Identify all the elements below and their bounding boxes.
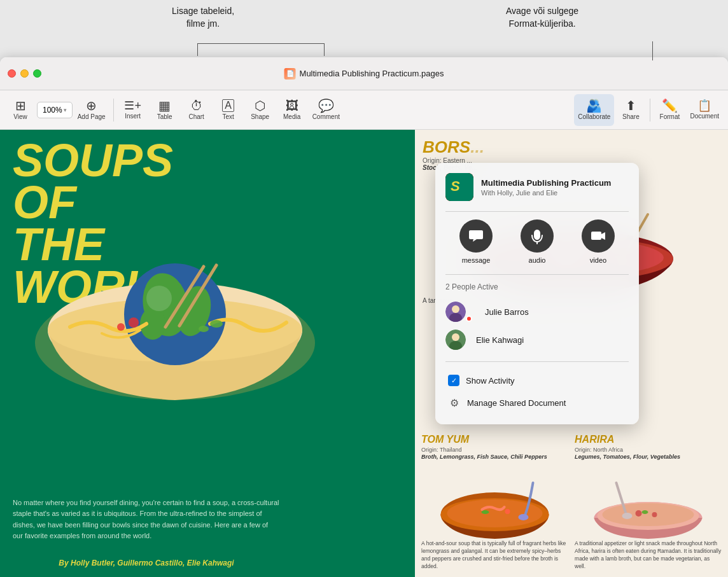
- zoom-value: 100%: [43, 106, 62, 115]
- zoom-control[interactable]: 100% ▾: [37, 102, 73, 118]
- svg-point-34: [642, 510, 648, 514]
- comment-button[interactable]: 💬 Comment: [309, 94, 344, 126]
- popup-doc-info: Multimedia Publishing Practicum With Hol…: [481, 178, 611, 197]
- video-label: video: [590, 256, 606, 264]
- shape-button[interactable]: ⬡ Shape: [245, 94, 276, 126]
- insert-icon: ☰+: [124, 100, 141, 111]
- harira-title: HARIRA: [575, 434, 722, 445]
- minimize-button[interactable]: [20, 69, 29, 78]
- table-icon: ▦: [158, 99, 171, 112]
- add-page-button[interactable]: ⊕ Add Page: [74, 94, 109, 126]
- comm-buttons: message audio: [445, 219, 629, 264]
- svg-point-31: [603, 503, 694, 526]
- table-button[interactable]: ▦ Table: [150, 94, 180, 126]
- collaborate-popup: S Multimedia Publishing Practicum With H…: [435, 163, 639, 424]
- toolbar-sep-2: [650, 99, 650, 122]
- svg-point-7: [146, 286, 172, 311]
- person2-name: Elie Kahwagi: [476, 335, 524, 345]
- svg-point-10: [129, 317, 139, 328]
- share-button[interactable]: ⬆ Share: [615, 94, 646, 126]
- left-callout-line-h: [197, 43, 325, 44]
- format-button[interactable]: ✏️ Format: [654, 94, 685, 126]
- shape-icon: ⬡: [255, 99, 265, 112]
- message-icon-circle: [459, 219, 493, 253]
- traffic-lights: [8, 69, 41, 78]
- person2-avatar: [445, 330, 466, 350]
- titlebar: 📄 Multimedia Publishing Practicum.pages: [0, 57, 728, 90]
- manage-icon: ⚙: [448, 396, 461, 409]
- svg-point-33: [652, 512, 657, 517]
- left-section: SOUPS OF THE WORLD: [0, 130, 415, 577]
- svg-marker-42: [601, 232, 605, 240]
- svg-point-13: [199, 326, 209, 332]
- pages-icon: 📄: [284, 68, 296, 80]
- media-icon: 🖼: [286, 99, 298, 112]
- format-icon: ✏️: [662, 99, 678, 112]
- left-callout-line-v-right: [324, 43, 325, 56]
- bottom-soups: TOM YUM Origin: Thailand Broth, Lemongra…: [421, 434, 722, 571]
- show-activity-checkbox[interactable]: ✓: [448, 375, 459, 386]
- app-window: 📄 Multimedia Publishing Practicum.pages …: [0, 57, 728, 577]
- tom-yum-origin: Origin: Thailand: [421, 447, 568, 453]
- borscht-title: BORS...: [423, 137, 720, 157]
- window-title: Multimedia Publishing Practicum.pages: [300, 69, 444, 78]
- media-button[interactable]: 🖼 Media: [277, 94, 307, 126]
- harira-bowl: [575, 464, 722, 540]
- right-callout-text: Avage või sulgegeFormat-küljeriba.: [506, 5, 578, 30]
- zoom-chevron: ▾: [64, 107, 67, 113]
- audio-icon-circle: [521, 219, 554, 253]
- popup-divider-1: [445, 211, 629, 212]
- svg-point-12: [210, 320, 223, 328]
- harira-desc: A traditional appetizer or light snack m…: [575, 540, 722, 571]
- svg-rect-41: [591, 232, 601, 240]
- bowl-illustration: [6, 216, 344, 407]
- add-page-icon: ⊕: [86, 99, 97, 112]
- body-text: No matter where you find yourself dining…: [13, 497, 280, 542]
- active-people-label: 2 People Active: [445, 282, 629, 291]
- collaborate-icon: 🫂: [586, 99, 602, 112]
- svg-point-28: [519, 514, 529, 520]
- show-activity-action[interactable]: ✓ Show Activity: [445, 370, 629, 391]
- insert-button[interactable]: ☰+ Insert: [118, 94, 148, 126]
- harira-ingredients: Legumes, Tomatoes, Flour, Vegetables: [575, 454, 722, 460]
- toolbar-sep-1: [113, 99, 114, 122]
- maximize-button[interactable]: [33, 69, 41, 78]
- view-icon: ⊞: [15, 99, 26, 112]
- popup-divider-2: [445, 274, 629, 275]
- document-icon: 📋: [697, 100, 711, 111]
- person-row-1: Julie Barros: [445, 298, 629, 326]
- comment-icon: 💬: [318, 99, 334, 112]
- svg-point-47: [452, 333, 459, 341]
- popup-doc-icon: S: [445, 173, 473, 201]
- chart-button[interactable]: ⏱ Chart: [181, 94, 212, 126]
- content-area: SOUPS OF THE WORLD: [0, 130, 728, 577]
- view-button[interactable]: ⊞ View: [5, 94, 36, 126]
- collaborate-button[interactable]: 🫂 Collaborate: [574, 94, 614, 126]
- text-button[interactable]: A Text: [213, 94, 244, 126]
- message-label: message: [462, 256, 491, 264]
- message-button[interactable]: message: [459, 219, 493, 264]
- popup-doc-title: Multimedia Publishing Practicum: [481, 178, 611, 188]
- window-title-area: 📄 Multimedia Publishing Practicum.pages: [284, 68, 444, 80]
- close-button[interactable]: [8, 69, 16, 78]
- harira-origin: Origin: North Africa: [575, 447, 722, 453]
- svg-point-36: [622, 513, 633, 519]
- manage-document-label: Manage Shared Document: [467, 398, 566, 408]
- person1-name: Julie Barros: [485, 307, 529, 317]
- popup-header: S Multimedia Publishing Practicum With H…: [445, 173, 629, 201]
- tom-yum-bowl: [421, 464, 568, 540]
- audio-button[interactable]: audio: [521, 219, 554, 264]
- document-button[interactable]: 📋 Document: [686, 94, 723, 126]
- svg-point-26: [505, 509, 510, 514]
- tom-yum-ingredients: Broth, Lemongrass, Fish Sauce, Chili Pep…: [421, 454, 568, 460]
- left-callout-text: Lisage tabeleid,filme jm.: [172, 5, 234, 30]
- tom-yum-title: TOM YUM: [421, 434, 568, 445]
- video-icon-circle: [582, 219, 615, 253]
- popup-divider-3: [445, 361, 629, 362]
- tom-yum-section: TOM YUM Origin: Thailand Broth, Lemongra…: [421, 434, 568, 571]
- video-button[interactable]: video: [582, 219, 615, 264]
- manage-document-action[interactable]: ⚙ Manage Shared Document: [445, 391, 629, 414]
- show-activity-label: Show Activity: [466, 376, 515, 386]
- toolbar: ⊞ View 100% ▾ ⊕ Add Page ☰+ Insert ▦ Tab…: [0, 90, 728, 130]
- text-icon: A: [222, 99, 234, 112]
